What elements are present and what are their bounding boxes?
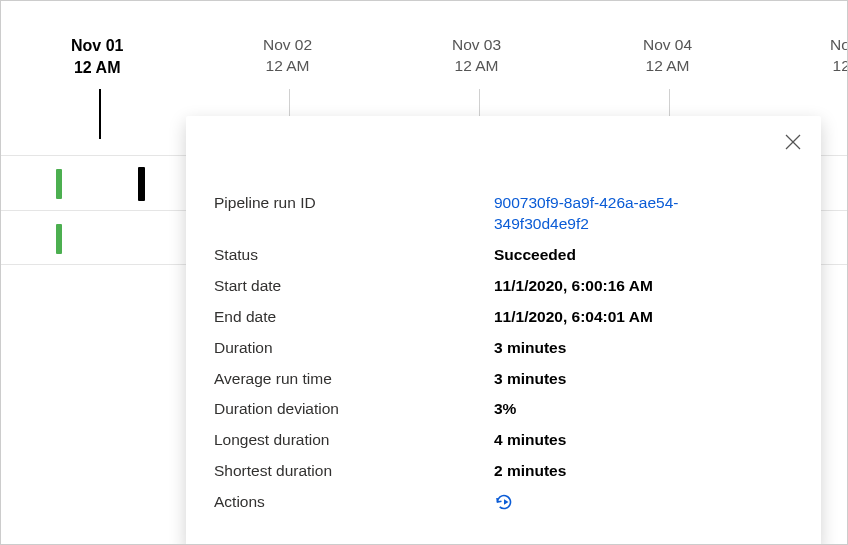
row-shortest: Shortest duration 2 minutes xyxy=(214,456,793,487)
value: 2 minutes xyxy=(494,461,793,482)
label: Longest duration xyxy=(214,430,494,451)
rerun-icon[interactable] xyxy=(494,492,514,512)
run-bar-success[interactable] xyxy=(56,224,62,254)
axis-label: Nov 04 12 AM xyxy=(643,35,692,77)
run-id-link[interactable]: 900730f9-8a9f-426a-ae54- 349f30d4e9f2 xyxy=(494,193,793,235)
row-actions: Actions xyxy=(214,487,793,523)
row-status: Status Succeeded xyxy=(214,240,793,271)
label: Status xyxy=(214,245,494,266)
row-duration-dev: Duration deviation 3% xyxy=(214,394,793,425)
label: Pipeline run ID xyxy=(214,193,494,214)
row-run-id: Pipeline run ID 900730f9-8a9f-426a-ae54-… xyxy=(214,188,793,240)
svg-marker-2 xyxy=(504,499,509,505)
row-longest: Longest duration 4 minutes xyxy=(214,425,793,456)
row-end-date: End date 11/1/2020, 6:04:01 AM xyxy=(214,302,793,333)
actions-cell xyxy=(494,492,793,518)
axis-label: Nov 01 12 AM xyxy=(71,35,123,78)
value: Succeeded xyxy=(494,245,793,266)
label: Duration deviation xyxy=(214,399,494,420)
label: Actions xyxy=(214,492,494,513)
row-duration: Duration 3 minutes xyxy=(214,333,793,364)
value: 4 minutes xyxy=(494,430,793,451)
value: 11/1/2020, 6:00:16 AM xyxy=(494,276,793,297)
row-start-date: Start date 11/1/2020, 6:00:16 AM xyxy=(214,271,793,302)
label: Start date xyxy=(214,276,494,297)
axis-label: Nov 03 12 AM xyxy=(452,35,501,77)
label: Duration xyxy=(214,338,494,359)
axis-label: Nov 02 12 AM xyxy=(263,35,312,77)
run-bar-selected[interactable] xyxy=(138,167,145,201)
run-details-popover: Pipeline run ID 900730f9-8a9f-426a-ae54-… xyxy=(186,116,821,545)
axis-tick-active xyxy=(99,89,101,139)
run-bar-success[interactable] xyxy=(56,169,62,199)
gantt-view: Nov 01 12 AM Nov 02 12 AM Nov 03 12 AM N… xyxy=(0,0,848,545)
axis-label: Nov 05 12 AM xyxy=(830,35,848,77)
details-table: Pipeline run ID 900730f9-8a9f-426a-ae54-… xyxy=(214,188,793,523)
close-icon[interactable] xyxy=(779,128,807,156)
value: 3 minutes xyxy=(494,369,793,390)
label: Average run time xyxy=(214,369,494,390)
row-avg-run: Average run time 3 minutes xyxy=(214,364,793,395)
label: Shortest duration xyxy=(214,461,494,482)
label: End date xyxy=(214,307,494,328)
value: 3% xyxy=(494,399,793,420)
value: 3 minutes xyxy=(494,338,793,359)
timeline-axis: Nov 01 12 AM Nov 02 12 AM Nov 03 12 AM N… xyxy=(1,35,847,90)
value: 11/1/2020, 6:04:01 AM xyxy=(494,307,793,328)
